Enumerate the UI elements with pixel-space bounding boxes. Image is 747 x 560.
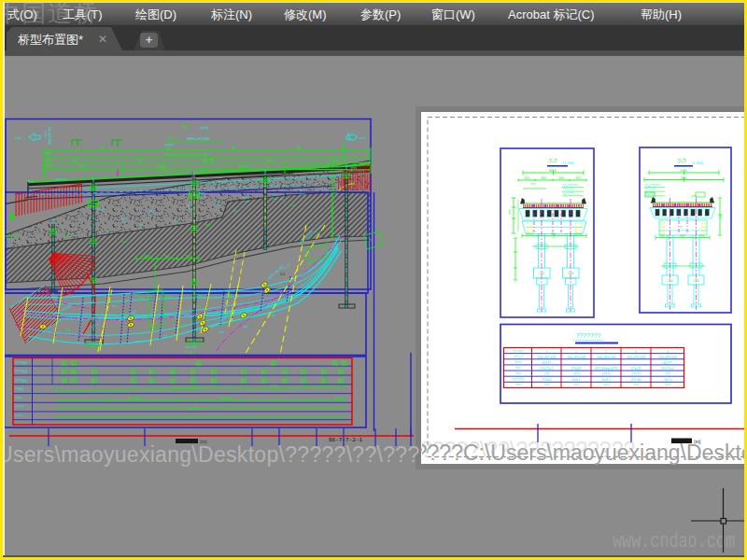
svg-text:???: ??? (325, 239, 331, 245)
svg-text:?-?: ?-? (548, 158, 557, 164)
svg-text:8?8: 8?8 (137, 159, 143, 162)
svg-text:????: ???? (269, 180, 275, 184)
svg-text:???: ??? (515, 372, 521, 376)
svg-text:777: 777 (543, 384, 549, 387)
svg-text:5266: 5266 (158, 164, 167, 169)
svg-text:??: ?? (280, 198, 284, 202)
svg-text:500: 500 (558, 176, 564, 180)
svg-text:??: ?? (342, 147, 345, 150)
svg-text:900: 900 (681, 176, 686, 180)
svg-text:1: 1 (575, 350, 577, 354)
svg-text:777: 777 (665, 372, 670, 376)
svg-text:????: ???? (97, 208, 104, 212)
svg-text:???: ??? (112, 305, 117, 309)
svg-text:888: 888 (62, 380, 68, 385)
svg-text:??: ?? (322, 187, 326, 190)
svg-text:R=6000: R=6000 (129, 397, 141, 400)
svg-text:????: ???? (198, 192, 204, 196)
svg-text:1350: 1350 (136, 296, 144, 300)
svg-text:2712: 2712 (78, 164, 88, 169)
svg-text:????: ???? (331, 207, 335, 215)
svg-text:88: 88 (297, 147, 301, 150)
svg-text:150: 150 (659, 234, 665, 238)
svg-text:888: 888 (190, 380, 197, 385)
svg-text:350: 350 (541, 176, 546, 180)
svg-text:www.cndao.com: www.cndao.com (613, 530, 735, 553)
svg-text:中: 中 (3, 2, 21, 27)
svg-text:C30: C30 (568, 272, 573, 275)
svg-text:88: 88 (232, 147, 235, 150)
svg-text:?????: ????? (346, 133, 350, 141)
svg-text:888: 888 (282, 380, 289, 385)
svg-text:100+489,000: 100+489,000 (658, 356, 677, 359)
svg-text:????(m): ????(m) (15, 361, 27, 365)
svg-text:3.4: 3.4 (280, 273, 285, 276)
svg-text:???+?: ???+? (514, 356, 523, 359)
svg-text:800: 800 (551, 232, 557, 236)
svg-text:??: ?? (149, 210, 153, 214)
svg-text:8?8: 8?8 (268, 159, 274, 162)
svg-text:C30: C30 (694, 279, 699, 283)
svg-text:C=50: C=50 (334, 397, 343, 400)
svg-text:???: ??? (188, 416, 193, 420)
svg-text:???: ??? (219, 331, 224, 335)
svg-text:888: 888 (338, 380, 345, 385)
svg-text:170.8: 170.8 (574, 232, 582, 236)
svg-text:?-?: ?-? (677, 158, 686, 164)
svg-text:K0+437,000: K0+437,000 (48, 127, 51, 144)
svg-text:|—|(m): |—|(m) (186, 351, 196, 355)
svg-text:888: 888 (338, 371, 345, 375)
svg-text:??: ?? (121, 217, 125, 221)
svg-text:???: ??? (509, 209, 513, 215)
svg-text:07077p.5: 07077p.5 (540, 367, 553, 371)
svg-text:???: ??? (89, 301, 93, 305)
svg-text:????(m): ????(m) (15, 370, 27, 373)
svg-text:?????: ????? (15, 405, 24, 409)
svg-text:(1:200): (1:200) (692, 161, 704, 165)
svg-text:1350: 1350 (164, 295, 172, 299)
svg-text:888: 888 (131, 371, 137, 375)
svg-text:??: ?? (6, 231, 9, 234)
svg-text:07077p.5: 07077p.5 (661, 367, 674, 371)
svg-text:???: ??? (6, 242, 10, 245)
svg-text:??: ?? (299, 189, 303, 193)
svg-text:???: ??? (172, 317, 178, 323)
svg-text:????(m): ????(m) (15, 379, 27, 383)
svg-text:888: 888 (196, 362, 203, 367)
svg-text:???: ??? (135, 341, 140, 344)
svg-text:100+463,000: 100+463,000 (597, 356, 615, 359)
svg-text:??=??????: ??=?????? (562, 184, 578, 188)
svg-text:950: 950 (164, 255, 170, 259)
svg-text:????/??: ????/?? (513, 350, 524, 354)
svg-text:?????: ????? (168, 137, 178, 141)
svg-text:888: 888 (261, 380, 268, 385)
svg-text:C30: C30 (539, 272, 544, 275)
svg-text:1350: 1350 (194, 294, 202, 298)
svg-text:???: ??? (140, 331, 146, 335)
svg-text:8?8: 8?8 (72, 159, 78, 162)
svg-text:??=??????: ??=?????? (644, 184, 660, 188)
svg-text:2782: 2782 (322, 164, 331, 169)
svg-text:888: 888 (131, 380, 137, 385)
svg-text:170.2: 170.2 (526, 232, 533, 236)
svg-text:150: 150 (699, 234, 705, 238)
svg-text:道: 道 (48, 2, 72, 27)
svg-text:888: 888 (149, 371, 156, 375)
svg-text:??=???: ??=??? (644, 192, 655, 196)
svg-text:??: ?? (182, 124, 189, 130)
svg-text:???: ??? (88, 317, 94, 323)
svg-text:D0K0+458,125: D0K0+458,125 (211, 314, 229, 329)
svg-text:888: 888 (190, 371, 197, 375)
svg-text:888: 888 (71, 362, 78, 367)
svg-text:4788: 4788 (206, 158, 216, 162)
svg-text:????: ???? (43, 131, 47, 138)
svg-text:???: ??? (15, 136, 21, 141)
svg-text:377.66: 377.66 (631, 378, 641, 382)
svg-text:900: 900 (680, 234, 685, 238)
svg-text:???: ??? (306, 261, 313, 268)
svg-text:100+437,000: 100+437,000 (537, 356, 556, 359)
svg-text:4: 4 (545, 350, 547, 354)
svg-text:888: 888 (211, 371, 218, 375)
svg-text:888: 888 (301, 380, 307, 385)
svg-text:880: 880 (46, 151, 52, 156)
